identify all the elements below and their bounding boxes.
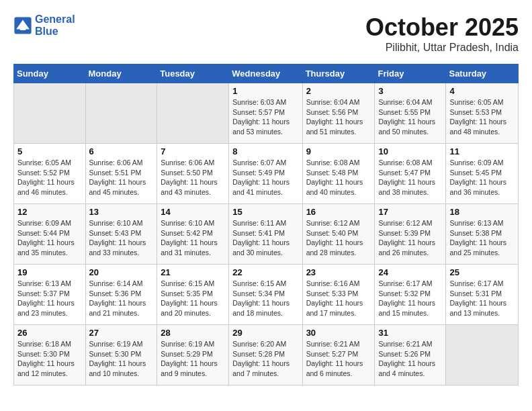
day-info: Sunrise: 6:04 AMSunset: 5:56 PMDaylight:… bbox=[306, 97, 371, 137]
calendar-cell: 28Sunrise: 6:19 AMSunset: 5:29 PMDayligh… bbox=[157, 325, 229, 385]
day-info: Sunrise: 6:13 AMSunset: 5:38 PMDaylight:… bbox=[449, 218, 515, 258]
day-number: 29 bbox=[232, 328, 298, 338]
calendar-cell: 30Sunrise: 6:21 AMSunset: 5:27 PMDayligh… bbox=[302, 325, 375, 385]
day-info: Sunrise: 6:06 AMSunset: 5:50 PMDaylight:… bbox=[161, 158, 225, 197]
day-number: 3 bbox=[378, 86, 442, 96]
day-info: Sunrise: 6:20 AMSunset: 5:28 PMDaylight:… bbox=[232, 339, 298, 379]
day-number: 19 bbox=[17, 267, 82, 277]
day-number: 30 bbox=[306, 328, 371, 338]
location-title: Pilibhit, Uttar Pradesh, India bbox=[365, 42, 519, 54]
calendar-cell: 24Sunrise: 6:17 AMSunset: 5:32 PMDayligh… bbox=[375, 265, 446, 325]
calendar-cell: 31Sunrise: 6:21 AMSunset: 5:26 PMDayligh… bbox=[375, 325, 446, 385]
day-info: Sunrise: 6:06 AMSunset: 5:51 PMDaylight:… bbox=[89, 158, 154, 197]
day-number: 10 bbox=[378, 146, 442, 156]
calendar-cell: 15Sunrise: 6:11 AMSunset: 5:41 PMDayligh… bbox=[229, 204, 302, 265]
calendar-week-4: 19Sunrise: 6:13 AMSunset: 5:37 PMDayligh… bbox=[14, 265, 519, 325]
calendar-cell: 23Sunrise: 6:16 AMSunset: 5:33 PMDayligh… bbox=[302, 265, 375, 325]
weekday-header-sunday: Sunday bbox=[14, 64, 86, 83]
day-info: Sunrise: 6:07 AMSunset: 5:49 PMDaylight:… bbox=[232, 158, 298, 197]
day-number: 8 bbox=[232, 146, 298, 156]
day-info: Sunrise: 6:18 AMSunset: 5:30 PMDaylight:… bbox=[17, 339, 82, 379]
day-info: Sunrise: 6:04 AMSunset: 5:55 PMDaylight:… bbox=[378, 97, 442, 137]
day-number: 20 bbox=[89, 267, 154, 277]
day-number: 21 bbox=[161, 267, 225, 277]
calendar-cell: 13Sunrise: 6:10 AMSunset: 5:43 PMDayligh… bbox=[85, 204, 157, 265]
calendar-cell: 18Sunrise: 6:13 AMSunset: 5:38 PMDayligh… bbox=[446, 204, 519, 265]
day-info: Sunrise: 6:11 AMSunset: 5:41 PMDaylight:… bbox=[232, 218, 298, 258]
day-info: Sunrise: 6:19 AMSunset: 5:29 PMDaylight:… bbox=[161, 339, 225, 379]
day-info: Sunrise: 6:15 AMSunset: 5:35 PMDaylight:… bbox=[161, 279, 225, 318]
calendar-week-3: 12Sunrise: 6:09 AMSunset: 5:44 PMDayligh… bbox=[14, 204, 519, 265]
day-info: Sunrise: 6:21 AMSunset: 5:27 PMDaylight:… bbox=[306, 339, 371, 379]
calendar-cell: 10Sunrise: 6:08 AMSunset: 5:47 PMDayligh… bbox=[375, 144, 446, 204]
day-info: Sunrise: 6:14 AMSunset: 5:36 PMDaylight:… bbox=[89, 279, 154, 318]
calendar-cell: 6Sunrise: 6:06 AMSunset: 5:51 PMDaylight… bbox=[85, 144, 157, 204]
day-info: Sunrise: 6:19 AMSunset: 5:30 PMDaylight:… bbox=[89, 339, 154, 379]
day-number: 16 bbox=[306, 207, 371, 217]
calendar-cell: 1Sunrise: 6:03 AMSunset: 5:57 PMDaylight… bbox=[229, 83, 302, 144]
svg-rect-2 bbox=[20, 26, 26, 30]
calendar-cell: 5Sunrise: 6:05 AMSunset: 5:52 PMDaylight… bbox=[14, 144, 86, 204]
calendar-cell: 17Sunrise: 6:12 AMSunset: 5:39 PMDayligh… bbox=[375, 204, 446, 265]
title-area: October 2025 Pilibhit, Uttar Pradesh, In… bbox=[365, 13, 519, 54]
day-info: Sunrise: 6:12 AMSunset: 5:39 PMDaylight:… bbox=[378, 218, 442, 258]
calendar-cell: 26Sunrise: 6:18 AMSunset: 5:30 PMDayligh… bbox=[14, 325, 86, 385]
page-header: General Blue October 2025 Pilibhit, Utta… bbox=[13, 13, 519, 54]
logo-text: General Blue bbox=[35, 13, 75, 38]
day-number: 1 bbox=[232, 86, 298, 96]
calendar-cell: 16Sunrise: 6:12 AMSunset: 5:40 PMDayligh… bbox=[302, 204, 375, 265]
calendar-cell: 22Sunrise: 6:15 AMSunset: 5:34 PMDayligh… bbox=[229, 265, 302, 325]
calendar-week-2: 5Sunrise: 6:05 AMSunset: 5:52 PMDaylight… bbox=[14, 144, 519, 204]
day-number: 14 bbox=[161, 207, 225, 217]
day-number: 4 bbox=[449, 86, 515, 96]
day-number: 12 bbox=[17, 207, 82, 217]
calendar-cell bbox=[14, 83, 86, 144]
calendar-cell: 21Sunrise: 6:15 AMSunset: 5:35 PMDayligh… bbox=[157, 265, 229, 325]
day-info: Sunrise: 6:10 AMSunset: 5:43 PMDaylight:… bbox=[89, 218, 154, 258]
day-number: 7 bbox=[161, 146, 225, 156]
day-info: Sunrise: 6:17 AMSunset: 5:31 PMDaylight:… bbox=[449, 279, 515, 318]
calendar-cell: 29Sunrise: 6:20 AMSunset: 5:28 PMDayligh… bbox=[229, 325, 302, 385]
weekday-header-wednesday: Wednesday bbox=[229, 64, 302, 83]
weekday-header-thursday: Thursday bbox=[302, 64, 375, 83]
day-number: 22 bbox=[232, 267, 298, 277]
day-number: 15 bbox=[232, 207, 298, 217]
day-number: 6 bbox=[89, 146, 154, 156]
calendar-cell: 12Sunrise: 6:09 AMSunset: 5:44 PMDayligh… bbox=[14, 204, 86, 265]
weekday-header-row: SundayMondayTuesdayWednesdayThursdayFrid… bbox=[14, 64, 519, 83]
day-number: 17 bbox=[378, 207, 442, 217]
calendar-cell bbox=[85, 83, 157, 144]
day-number: 23 bbox=[306, 267, 371, 277]
calendar-cell: 14Sunrise: 6:10 AMSunset: 5:42 PMDayligh… bbox=[157, 204, 229, 265]
day-info: Sunrise: 6:09 AMSunset: 5:44 PMDaylight:… bbox=[17, 218, 82, 258]
calendar-cell bbox=[446, 325, 519, 385]
month-title: October 2025 bbox=[365, 13, 519, 42]
calendar-cell: 4Sunrise: 6:05 AMSunset: 5:53 PMDaylight… bbox=[446, 83, 519, 144]
day-info: Sunrise: 6:08 AMSunset: 5:48 PMDaylight:… bbox=[306, 158, 371, 197]
weekday-header-friday: Friday bbox=[375, 64, 446, 83]
day-number: 2 bbox=[306, 86, 371, 96]
day-info: Sunrise: 6:05 AMSunset: 5:53 PMDaylight:… bbox=[449, 97, 515, 137]
day-info: Sunrise: 6:10 AMSunset: 5:42 PMDaylight:… bbox=[161, 218, 225, 258]
day-number: 27 bbox=[89, 328, 154, 338]
day-number: 31 bbox=[378, 328, 442, 338]
calendar-cell: 9Sunrise: 6:08 AMSunset: 5:48 PMDaylight… bbox=[302, 144, 375, 204]
day-number: 26 bbox=[17, 328, 82, 338]
day-number: 11 bbox=[449, 146, 515, 156]
logo: General Blue bbox=[13, 13, 75, 38]
day-info: Sunrise: 6:21 AMSunset: 5:26 PMDaylight:… bbox=[378, 339, 442, 379]
calendar-cell bbox=[157, 83, 229, 144]
calendar-week-1: 1Sunrise: 6:03 AMSunset: 5:57 PMDaylight… bbox=[14, 83, 519, 144]
calendar-cell: 7Sunrise: 6:06 AMSunset: 5:50 PMDaylight… bbox=[157, 144, 229, 204]
calendar-cell: 2Sunrise: 6:04 AMSunset: 5:56 PMDaylight… bbox=[302, 83, 375, 144]
weekday-header-monday: Monday bbox=[85, 64, 157, 83]
calendar-cell: 25Sunrise: 6:17 AMSunset: 5:31 PMDayligh… bbox=[446, 265, 519, 325]
calendar-cell: 27Sunrise: 6:19 AMSunset: 5:30 PMDayligh… bbox=[85, 325, 157, 385]
day-info: Sunrise: 6:13 AMSunset: 5:37 PMDaylight:… bbox=[17, 279, 82, 318]
day-number: 25 bbox=[449, 267, 515, 277]
logo-icon bbox=[13, 16, 32, 35]
weekday-header-saturday: Saturday bbox=[446, 64, 519, 83]
day-number: 18 bbox=[449, 207, 515, 217]
calendar-cell: 19Sunrise: 6:13 AMSunset: 5:37 PMDayligh… bbox=[14, 265, 86, 325]
calendar-cell: 11Sunrise: 6:09 AMSunset: 5:45 PMDayligh… bbox=[446, 144, 519, 204]
